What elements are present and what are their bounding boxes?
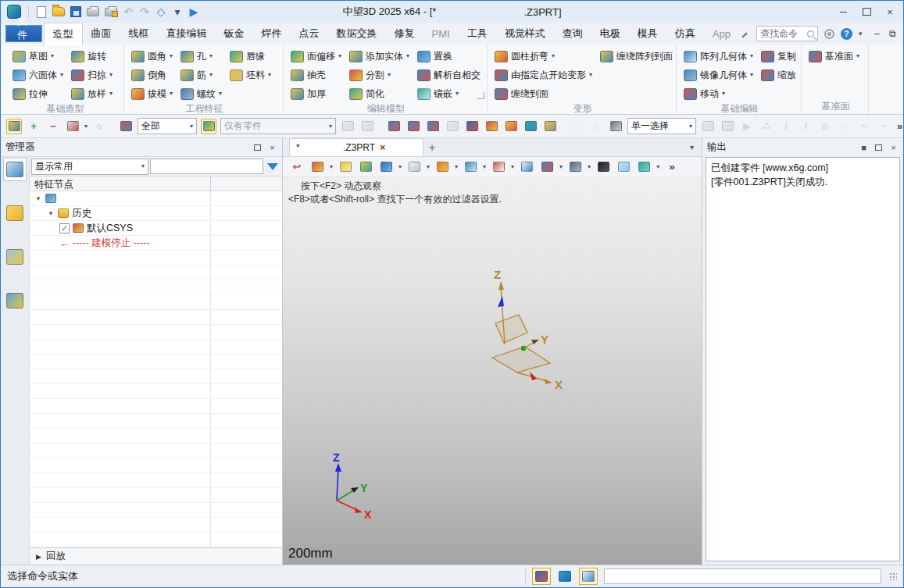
chain-b-icon[interactable]: [359, 119, 375, 134]
ribbon-item-唇缘[interactable]: 唇缘: [227, 47, 273, 66]
tree-search-input[interactable]: [150, 159, 263, 174]
web-doc-icon[interactable]: [523, 119, 538, 134]
ribbon-item-加厚[interactable]: 加厚: [288, 84, 344, 103]
tree-filter-combo[interactable]: 显示常用 ▾: [31, 159, 148, 175]
ribbon-item-由指定点开始变形[interactable]: 由指定点开始变形▾: [492, 66, 595, 84]
render-manager-icon[interactable]: [3, 245, 27, 269]
cursor-pick-icon[interactable]: [464, 119, 480, 134]
ribbon-item-旋转[interactable]: 旋转: [69, 47, 115, 66]
ribbon-item-解析自相交[interactable]: 解析自相交: [415, 66, 483, 84]
tab-close-icon[interactable]: ×: [380, 142, 385, 153]
tab-点云[interactable]: 点云: [291, 23, 328, 45]
hook-curve-icon[interactable]: ∩: [588, 119, 604, 134]
close-button[interactable]: ×: [880, 4, 900, 20]
minimize-button[interactable]: [833, 4, 853, 20]
points-gray-icon[interactable]: ∴: [759, 119, 774, 134]
ribbon-item-扫掠[interactable]: 扫掠▾: [69, 66, 115, 84]
ribbon-item-筋[interactable]: 筋▾: [178, 66, 224, 84]
color-swatch-icon[interactable]: [616, 159, 631, 175]
pick-list-2-icon[interactable]: [406, 119, 421, 134]
tab-数据交换[interactable]: 数据交换: [328, 23, 386, 45]
dialog-launcher-icon[interactable]: [477, 92, 484, 99]
view-overflow-icon[interactable]: »: [664, 159, 680, 175]
ribbon-item-添加实体[interactable]: 添加实体▾: [347, 47, 412, 66]
restore-button[interactable]: [856, 4, 877, 20]
viewport-icon[interactable]: [519, 159, 534, 175]
tab-造型[interactable]: 造型: [44, 23, 83, 45]
tree-row[interactable]: ✓默认CSYS: [30, 221, 282, 236]
help-icon[interactable]: ?: [841, 28, 852, 40]
tab-曲面[interactable]: 曲面: [83, 23, 120, 45]
playback-bar[interactable]: ▶ 回放: [30, 547, 282, 565]
ribbon-item-抽壳[interactable]: 抽壳: [288, 66, 344, 84]
shaded-view-icon[interactable]: [378, 159, 394, 175]
circle-icon[interactable]: ○: [837, 119, 852, 134]
user-manager-icon[interactable]: [3, 289, 27, 312]
display-mode-icon[interactable]: [567, 159, 583, 175]
tree-row[interactable]: ←----- 建模停止 -----: [30, 236, 282, 251]
ribbon-item-拉伸[interactable]: 拉伸: [10, 84, 66, 103]
tab-list-chevron-icon[interactable]: ▾: [690, 143, 694, 151]
ribbon-item-圆柱折弯[interactable]: 圆柱折弯▾: [492, 47, 595, 66]
line-1-icon[interactable]: /: [778, 119, 794, 134]
ribbon-item-基准面[interactable]: 基准面▾: [806, 47, 862, 66]
tab-工具[interactable]: 工具: [459, 23, 496, 45]
ribbon-item-简化[interactable]: 简化: [347, 84, 412, 103]
resize-grip[interactable]: [889, 572, 897, 580]
undo-icon[interactable]: ↶: [123, 5, 134, 19]
output-restore-icon[interactable]: [874, 142, 884, 152]
save-icon[interactable]: [70, 5, 81, 19]
compass-icon[interactable]: ◌: [569, 119, 584, 134]
manager-close-icon[interactable]: ×: [267, 142, 277, 152]
command-search-input[interactable]: [760, 28, 807, 39]
tab-电极[interactable]: 电极: [591, 23, 629, 45]
pick-tool-icon[interactable]: [6, 119, 22, 134]
ribbon-item-复制[interactable]: 复制: [759, 47, 799, 66]
ribbon-item-拔模[interactable]: 拔模▾: [129, 84, 175, 103]
tab-直接编辑[interactable]: 直接编辑: [158, 23, 216, 45]
ribbon-item-镜像几何体[interactable]: 镜像几何体▾: [681, 66, 756, 84]
sketch-face-icon[interactable]: [358, 159, 373, 175]
tab-PMI[interactable]: PMI: [423, 23, 459, 45]
pick-list-1-icon[interactable]: [386, 119, 402, 134]
regen-history-icon[interactable]: [201, 119, 216, 134]
surface-icon[interactable]: [636, 159, 652, 175]
pick-region-icon[interactable]: [65, 119, 80, 134]
manager-restore-icon[interactable]: [252, 142, 263, 152]
ribbon-item-移动[interactable]: 移动▾: [681, 84, 756, 103]
ribbon-item-螺纹[interactable]: 螺纹▾: [178, 84, 224, 103]
print-add-icon[interactable]: [105, 5, 117, 19]
settings-gear-icon[interactable]: [824, 29, 834, 39]
ribbon-item-放样[interactable]: 放样▾: [69, 84, 115, 103]
open-file-icon[interactable]: [52, 5, 65, 19]
exit-back-icon[interactable]: ↩: [289, 159, 305, 175]
selection-mode-combo[interactable]: 单一选择▾: [627, 118, 696, 134]
tab-焊件[interactable]: 焊件: [253, 23, 291, 45]
new-tab-button[interactable]: +: [423, 141, 441, 154]
ribbon-item-孔[interactable]: 孔▾: [178, 47, 224, 66]
line-2-icon[interactable]: /: [798, 119, 813, 134]
viewport[interactable]: 按下<F2> 动态观察 <F8>或者<Shift-roll> 查找下一个有效的过…: [283, 177, 702, 565]
customize-play-icon[interactable]: ▶: [188, 5, 199, 19]
solid-manager-icon[interactable]: [3, 201, 27, 225]
tab-查询[interactable]: 查询: [554, 23, 591, 45]
selection-list-icon[interactable]: [484, 119, 499, 134]
tab-钣金[interactable]: 钣金: [216, 23, 253, 45]
dimension-icon[interactable]: [539, 159, 555, 175]
circle-center-icon[interactable]: ⊙: [817, 119, 833, 134]
part-settings-icon[interactable]: [542, 119, 558, 134]
filter-bars-icon[interactable]: [118, 119, 134, 134]
file-menu-button[interactable]: 文件(F): [5, 25, 42, 42]
doc-close-icon[interactable]: ×: [901, 27, 904, 41]
add-pick-icon[interactable]: +: [26, 119, 41, 134]
section-view-icon[interactable]: [434, 159, 450, 175]
ribbon-item-坯料[interactable]: 坯料▾: [227, 66, 273, 84]
collapse-ribbon-icon[interactable]: [741, 32, 747, 37]
tab-仿真[interactable]: 仿真: [666, 23, 704, 45]
document-tab[interactable]: * .Z3PRT ×: [289, 138, 423, 156]
print-icon[interactable]: [87, 5, 99, 19]
ribbon-item-缠绕到面[interactable]: 缠绕到面: [492, 84, 595, 103]
doc-restore-icon[interactable]: ⧉: [885, 27, 899, 41]
target-box-icon[interactable]: [608, 119, 624, 134]
ribbon-item-缠绕阵列到面[interactable]: 缠绕阵列到面: [598, 47, 675, 66]
